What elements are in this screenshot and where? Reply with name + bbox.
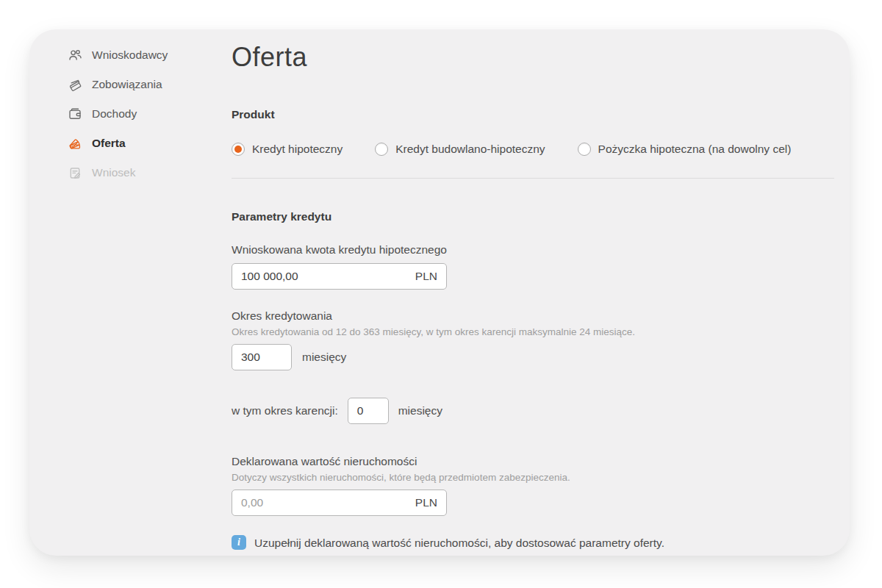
sidebar-item-label: Wnioskodawcy xyxy=(92,49,168,62)
property-value-input[interactable] xyxy=(241,496,409,509)
sidebar-item-wniosek: Wniosek xyxy=(68,158,226,187)
radio-unselected-icon xyxy=(375,143,388,156)
application-card: Wnioskodawcy Zobowiązania Dochody xyxy=(29,29,850,556)
amount-currency-suffix: PLN xyxy=(415,270,437,283)
radio-label: Pożyczka hipoteczna (na dowolny cel) xyxy=(598,143,792,156)
info-message-text: Uzupełnij deklarowaną wartość nieruchomo… xyxy=(254,534,664,552)
property-value-label: Deklarowana wartość nieruchomości xyxy=(232,455,839,468)
page-title: Oferta xyxy=(232,41,839,73)
clipboard-pencil-icon xyxy=(68,165,82,180)
sidebar-item-oferta[interactable]: Oferta xyxy=(68,129,226,158)
radio-selected-icon xyxy=(232,143,245,156)
offer-fan-icon xyxy=(68,136,82,151)
sidebar-item-label: Wniosek xyxy=(92,166,135,179)
info-message-row: i Uzupełnij deklarowaną wartość nierucho… xyxy=(232,534,839,552)
sidebar-item-label: Zobowiązania xyxy=(92,78,162,91)
sidebar-item-label: Dochody xyxy=(92,107,137,121)
sidebar-item-zobowiazania[interactable]: Zobowiązania xyxy=(68,70,226,99)
info-icon: i xyxy=(232,535,246,550)
radio-kredyt-budowlano-hipoteczny[interactable]: Kredyt budowlano-hipoteczny xyxy=(375,143,545,156)
radio-unselected-icon xyxy=(578,143,591,156)
period-input-box xyxy=(232,344,292,370)
product-radio-group: Kredyt hipoteczny Kredyt budowlano-hipot… xyxy=(232,143,839,156)
parameters-heading: Parametry kredytu xyxy=(232,210,839,223)
sidebar-item-wnioskodawcy[interactable]: Wnioskodawcy xyxy=(68,40,226,70)
property-value-helper-text: Dotyczy wszystkich nieruchomości, które … xyxy=(232,472,839,483)
radio-label: Kredyt hipoteczny xyxy=(252,143,343,156)
grace-period-input-box xyxy=(348,398,389,424)
amount-input[interactable] xyxy=(241,270,409,283)
section-divider xyxy=(232,178,834,179)
radio-kredyt-hipoteczny[interactable]: Kredyt hipoteczny xyxy=(232,143,343,156)
sidebar-item-label: Oferta xyxy=(92,137,126,150)
grace-period-input[interactable] xyxy=(357,404,379,417)
wallet-icon xyxy=(68,107,82,121)
amount-input-box: PLN xyxy=(232,263,447,290)
product-heading: Produkt xyxy=(232,108,839,121)
period-row: miesięcy xyxy=(232,344,839,370)
grace-period-row: w tym okres karencji: miesięcy xyxy=(232,398,839,424)
property-value-input-box: PLN xyxy=(232,490,447,516)
period-unit-suffix: miesięcy xyxy=(302,351,346,364)
grace-period-label: w tym okres karencji: xyxy=(232,404,338,417)
amount-label: Wnioskowana kwota kredytu hipotecznego xyxy=(232,243,839,257)
period-input[interactable] xyxy=(241,351,282,364)
radio-pozyczka-hipoteczna[interactable]: Pożyczka hipoteczna (na dowolny cel) xyxy=(578,143,792,156)
main-content: Oferta Produkt Kredyt hipoteczny Kredyt … xyxy=(232,29,839,552)
period-helper-text: Okres kredytowania od 12 do 363 miesięcy… xyxy=(232,326,839,337)
grace-period-unit-suffix: miesięcy xyxy=(398,404,442,417)
steps-sidebar: Wnioskodawcy Zobowiązania Dochody xyxy=(68,40,226,187)
period-label: Okres kredytowania xyxy=(232,309,839,323)
radio-label: Kredyt budowlano-hipoteczny xyxy=(395,143,545,156)
cards-icon xyxy=(68,77,82,92)
sidebar-item-dochody[interactable]: Dochody xyxy=(68,99,226,129)
property-value-currency-suffix: PLN xyxy=(415,496,437,509)
people-icon xyxy=(68,48,82,62)
